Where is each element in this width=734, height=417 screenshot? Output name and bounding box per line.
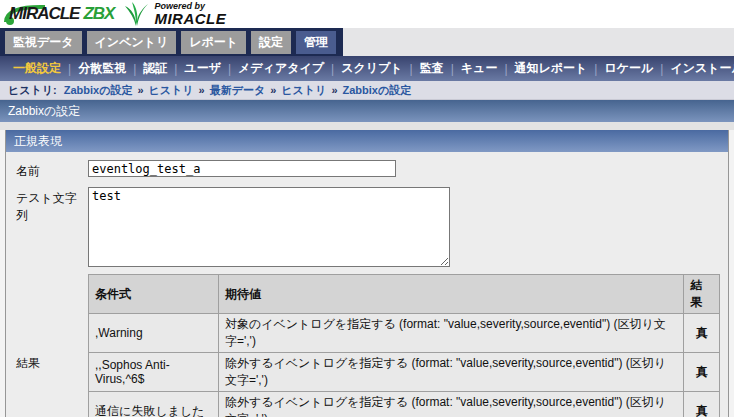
submenu-separator: | [590,62,601,76]
submenu-item-installation[interactable]: インストール [667,60,734,77]
breadcrumb-prefix: ヒストリ: [8,83,57,98]
submenu-item-locales[interactable]: ロケール [601,60,656,77]
tab-inventory[interactable]: インベントリ [87,31,177,54]
breadcrumb-separator: » [270,84,276,96]
col-header-expected: 期待値 [218,275,683,314]
breadcrumb-link-1[interactable]: Zabbixの設定 [64,83,133,98]
test-string-textarea[interactable]: test [88,187,450,267]
regex-form: 正規表現 名前 テスト文字列 test 結果 条件式 期待値 結果 ,Warni… [5,130,729,417]
breadcrumb-link-5[interactable]: Zabbixの設定 [343,83,412,98]
submenu-separator: | [447,62,458,76]
app-header: MIRACLE ZBX Powered by MIRACLE [0,0,734,28]
submenu-item-audit[interactable]: 監査 [417,60,447,77]
breadcrumb: ヒストリ: Zabbixの設定 » ヒストリ » 最新データ » ヒストリ » … [0,81,734,100]
tab-monitoring[interactable]: 監視データ [5,31,82,54]
breadcrumb-separator: » [331,84,337,96]
table-row: ,,Sophos Anti-Virus,^6$ 除外するイベントログを指定する … [89,353,720,392]
test-string-row: テスト文字列 test [16,187,720,267]
powered-by-text: Powered by MIRACLE [154,2,226,26]
result-label: 結果 [16,355,88,372]
admin-submenu: 一般設定 | 分散監視 | 認証 | ユーザ | メディアタイプ | スクリプト… [0,56,734,81]
submenu-separator: | [500,62,511,76]
section-title: 正規表現 [6,130,728,152]
submenu-item-queue[interactable]: キュー [458,60,501,77]
breadcrumb-separator: » [137,84,143,96]
cell-expected: 除外するイベントログを指定する (format: "value,severity… [218,392,683,417]
cell-expression: ,Warning [89,314,219,353]
result-row: 結果 条件式 期待値 結果 ,Warning 対象のイベントログを指定する (f… [16,274,720,417]
submenu-item-media-types[interactable]: メディアタイプ [235,60,327,77]
cell-result-true: 真 [684,353,720,392]
table-header-row: 条件式 期待値 結果 [89,275,720,314]
submenu-separator: | [224,62,235,76]
page-title: Zabbixの設定 [0,100,734,122]
submenu-item-notifications[interactable]: 通知レポート [512,60,591,77]
tab-reports[interactable]: レポート [181,31,246,54]
name-row: 名前 [16,160,720,180]
submenu-item-dm[interactable]: 分散監視 [75,60,129,77]
cell-result-true: 真 [684,314,720,353]
form-body: 名前 テスト文字列 test 結果 条件式 期待値 結果 ,Warning 対象… [6,152,728,417]
name-input[interactable] [88,160,396,177]
submenu-separator: | [129,62,140,76]
submenu-separator: | [170,62,181,76]
cell-expression: ,,Sophos Anti-Virus,^6$ [89,353,219,392]
test-string-label: テスト文字列 [16,187,88,267]
submenu-item-general[interactable]: 一般設定 [10,60,64,77]
submenu-separator: | [656,62,667,76]
tab-configuration[interactable]: 設定 [251,31,291,54]
cell-result-true: 真 [684,392,720,417]
tab-administration[interactable]: 管理 [296,31,336,54]
cell-expression: 通信に失敗しました [89,392,219,417]
table-row: 通信に失敗しました 除外するイベントログを指定する (format: "valu… [89,392,720,417]
cell-expected: 対象のイベントログを指定する (format: "value,severity,… [218,314,683,353]
cell-expected: 除外するイベントログを指定する (format: "value,severity… [218,353,683,392]
powered-by-miracle-logo: Powered by MIRACLE [124,1,226,27]
submenu-separator: | [64,62,75,76]
logo-zbx-text: ZBX [83,4,114,24]
breadcrumb-separator: » [199,84,205,96]
table-row: ,Warning 対象のイベントログを指定する (format: "value,… [89,314,720,353]
breadcrumb-link-4[interactable]: ヒストリ [281,83,326,98]
result-table: 条件式 期待値 結果 ,Warning 対象のイベントログを指定する (form… [88,274,720,417]
logo-miracle-text: MIRACLE [9,4,79,24]
col-header-result: 結果 [684,275,720,314]
main-tabs: 監視データ インベントリ レポート 設定 管理 [0,28,343,56]
breadcrumb-link-2[interactable]: ヒストリ [149,83,194,98]
submenu-item-scripts[interactable]: スクリプト [338,60,405,77]
main-nav: 監視データ インベントリ レポート 設定 管理 [0,28,734,56]
submenu-separator: | [406,62,417,76]
miracle-zbx-logo: MIRACLE ZBX [3,0,114,28]
submenu-separator: | [327,62,338,76]
submenu-item-users[interactable]: ユーザ [181,60,224,77]
breadcrumb-link-3[interactable]: 最新データ [210,83,266,98]
submenu-item-authentication[interactable]: 認証 [140,60,170,77]
spacer [0,122,734,130]
name-label: 名前 [16,160,88,180]
leaf-icon [124,1,150,27]
powered-by-line2: MIRACLE [154,11,226,26]
col-header-expression: 条件式 [89,275,219,314]
